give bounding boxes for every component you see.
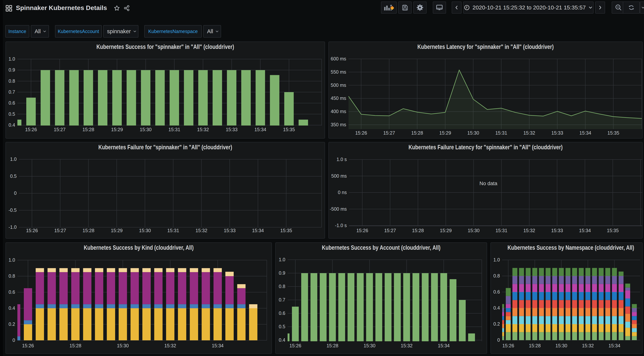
- svg-text:400 ms: 400 ms: [331, 109, 346, 114]
- svg-text:15:30: 15:30: [468, 130, 479, 136]
- svg-text:15:34: 15:34: [579, 228, 591, 233]
- svg-text:550 ms: 550 ms: [331, 69, 346, 75]
- svg-text:0.5: 0.5: [279, 324, 285, 329]
- svg-text:0.6: 0.6: [279, 311, 285, 316]
- svg-text:-1.0: -1.0: [8, 224, 17, 230]
- svg-text:1.0: 1.0: [8, 257, 15, 263]
- svg-text:1.0: 1.0: [493, 257, 500, 262]
- svg-text:15:33: 15:33: [226, 127, 238, 132]
- svg-text:0.2: 0.2: [8, 322, 15, 327]
- svg-text:0.4: 0.4: [8, 122, 15, 128]
- svg-text:0.7: 0.7: [279, 297, 285, 302]
- svg-text:15:28: 15:28: [83, 228, 94, 233]
- svg-text:15:26: 15:26: [502, 343, 514, 348]
- svg-text:0.6: 0.6: [8, 100, 15, 106]
- svg-text:15:30: 15:30: [117, 343, 129, 348]
- svg-text:15:33: 15:33: [224, 228, 236, 233]
- svg-text:15:26: 15:26: [290, 343, 302, 348]
- svg-text:0.5: 0.5: [10, 174, 17, 179]
- svg-text:-500 ms: -500 ms: [330, 206, 347, 212]
- svg-text:1.0: 1.0: [8, 56, 15, 61]
- svg-text:15:30: 15:30: [556, 343, 568, 348]
- svg-text:15:30: 15:30: [139, 228, 151, 233]
- svg-text:15:27: 15:27: [384, 228, 396, 233]
- svg-text:15:34: 15:34: [254, 127, 266, 132]
- svg-text:15:28: 15:28: [411, 130, 423, 136]
- svg-text:1.0 s: 1.0 s: [336, 157, 347, 162]
- svg-text:500 ms: 500 ms: [331, 173, 347, 178]
- svg-text:-1.0 s: -1.0 s: [335, 223, 347, 228]
- svg-text:15:35: 15:35: [280, 228, 292, 233]
- svg-text:0.4: 0.4: [279, 337, 285, 343]
- svg-text:15:34: 15:34: [608, 343, 620, 348]
- svg-text:15:32: 15:32: [582, 343, 594, 348]
- svg-text:0.9: 0.9: [279, 270, 285, 276]
- svg-text:15:28: 15:28: [412, 228, 424, 233]
- svg-text:0.6: 0.6: [8, 289, 15, 295]
- svg-text:15:29: 15:29: [440, 228, 452, 233]
- svg-text:15:27: 15:27: [383, 130, 395, 136]
- svg-text:0.8: 0.8: [493, 273, 500, 278]
- svg-text:15:32: 15:32: [197, 127, 209, 132]
- svg-text:15:31: 15:31: [168, 127, 180, 132]
- svg-text:15:28: 15:28: [326, 343, 338, 348]
- svg-text:15:26: 15:26: [26, 228, 38, 233]
- svg-text:15:34: 15:34: [252, 228, 264, 233]
- svg-text:15:29: 15:29: [111, 127, 123, 132]
- svg-text:0.5: 0.5: [8, 111, 15, 117]
- svg-text:0: 0: [14, 190, 17, 196]
- svg-text:15:27: 15:27: [54, 127, 66, 132]
- svg-text:0 ns: 0 ns: [338, 190, 347, 195]
- svg-text:15:27: 15:27: [54, 228, 66, 233]
- svg-text:15:32: 15:32: [164, 343, 176, 348]
- svg-text:0.8: 0.8: [8, 78, 15, 84]
- svg-text:15:32: 15:32: [196, 228, 208, 233]
- svg-text:15:34: 15:34: [579, 130, 591, 136]
- svg-text:0.4: 0.4: [8, 305, 15, 311]
- svg-text:15:29: 15:29: [111, 228, 123, 233]
- svg-text:15:35: 15:35: [607, 228, 619, 233]
- svg-text:15:34: 15:34: [212, 343, 224, 348]
- svg-text:500 ms: 500 ms: [331, 82, 346, 88]
- svg-text:15:28: 15:28: [529, 343, 541, 348]
- svg-text:350 ms: 350 ms: [331, 122, 346, 127]
- svg-text:1.0: 1.0: [10, 157, 17, 162]
- svg-text:15:30: 15:30: [140, 127, 152, 132]
- svg-text:15:32: 15:32: [523, 228, 535, 233]
- svg-text:15:32: 15:32: [523, 130, 535, 136]
- svg-text:15:31: 15:31: [496, 228, 508, 233]
- svg-text:0: 0: [12, 338, 15, 343]
- svg-text:15:26: 15:26: [22, 343, 34, 348]
- svg-text:15:33: 15:33: [551, 130, 563, 136]
- svg-text:0.2: 0.2: [493, 321, 500, 327]
- svg-text:600 ms: 600 ms: [331, 56, 346, 61]
- svg-text:15:30: 15:30: [364, 343, 376, 348]
- svg-text:15:28: 15:28: [70, 343, 82, 348]
- svg-text:15:29: 15:29: [439, 130, 451, 136]
- svg-text:15:28: 15:28: [82, 127, 94, 132]
- svg-text:0.6: 0.6: [493, 289, 500, 295]
- svg-text:15:35: 15:35: [608, 130, 620, 136]
- svg-text:15:31: 15:31: [496, 130, 507, 136]
- svg-text:-0.5: -0.5: [8, 207, 17, 213]
- svg-text:0: 0: [497, 337, 500, 343]
- svg-text:15:26: 15:26: [356, 228, 368, 233]
- svg-text:15:32: 15:32: [401, 343, 412, 348]
- svg-text:No data: No data: [480, 181, 498, 186]
- svg-text:0.8: 0.8: [279, 284, 285, 289]
- svg-text:0.4: 0.4: [493, 305, 500, 311]
- svg-text:0.7: 0.7: [8, 89, 15, 95]
- svg-text:15:26: 15:26: [25, 127, 37, 132]
- svg-text:1.0: 1.0: [279, 257, 285, 262]
- svg-text:15:33: 15:33: [551, 228, 563, 233]
- svg-text:15:30: 15:30: [468, 228, 480, 233]
- svg-text:15:31: 15:31: [167, 228, 179, 233]
- svg-text:0.8: 0.8: [8, 273, 15, 279]
- svg-text:450 ms: 450 ms: [331, 96, 346, 101]
- svg-text:15:35: 15:35: [283, 127, 295, 132]
- svg-text:15:34: 15:34: [438, 343, 450, 348]
- svg-text:15:26: 15:26: [355, 130, 367, 136]
- svg-text:0.9: 0.9: [8, 67, 15, 72]
